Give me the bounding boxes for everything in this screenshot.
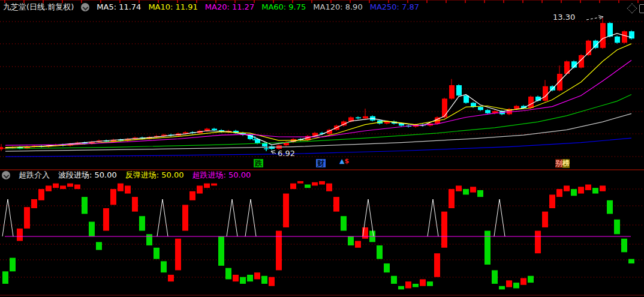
ma5-label: MA5: 11.74 [97,2,141,11]
low-price-label: 6.92 [278,149,295,158]
window-tool-icon[interactable] [639,4,644,13]
ma20-label: MA20: 11.27 [205,2,254,11]
ma60-label: MA60: 9.75 [261,2,306,11]
sub-chart-header: 超跌介入 波段进场: 50.00 反弹进场: 50.00 超跌进场: 50.00 [0,170,644,180]
indicator-name: 超跌介入 [19,170,50,181]
ma120-label: MA120: 8.90 [313,2,362,11]
app-window: 九芝堂(日线.前复权) MA5: 11.74 MA10: 11.91 MA20:… [0,0,644,297]
chart-canvas[interactable] [0,0,644,297]
badge-ranking-list[interactable]: 别 榜 [555,159,570,168]
main-chart-header: 九芝堂(日线.前复权) MA5: 11.74 MA10: 11.91 MA20:… [0,0,644,14]
high-price-label: 13.30 [553,13,575,22]
badge-finance-report[interactable]: 财 [316,159,326,167]
chevron-down-icon[interactable] [2,171,10,179]
ma250-label: MA250: 7.87 [370,2,419,11]
badge-price-drop[interactable]: 跌 [254,159,263,167]
badge-ranking-char-1: 别 [555,159,562,168]
dividend-marker-icon[interactable]: ▲$ [339,158,349,164]
indicator-label-2: 反弹进场: 50.00 [125,170,184,181]
indicator-label-1: 波段进场: 50.00 [58,170,117,181]
dollar-icon: $ [344,157,349,165]
stock-title: 九芝堂(日线.前复权) [3,2,74,13]
ma10-label: MA10: 11.91 [148,2,197,11]
indicator-label-3: 超跌进场: 50.00 [192,170,251,181]
chevron-down-icon[interactable] [81,3,89,11]
badge-ranking-char-2: 榜 [562,159,570,168]
